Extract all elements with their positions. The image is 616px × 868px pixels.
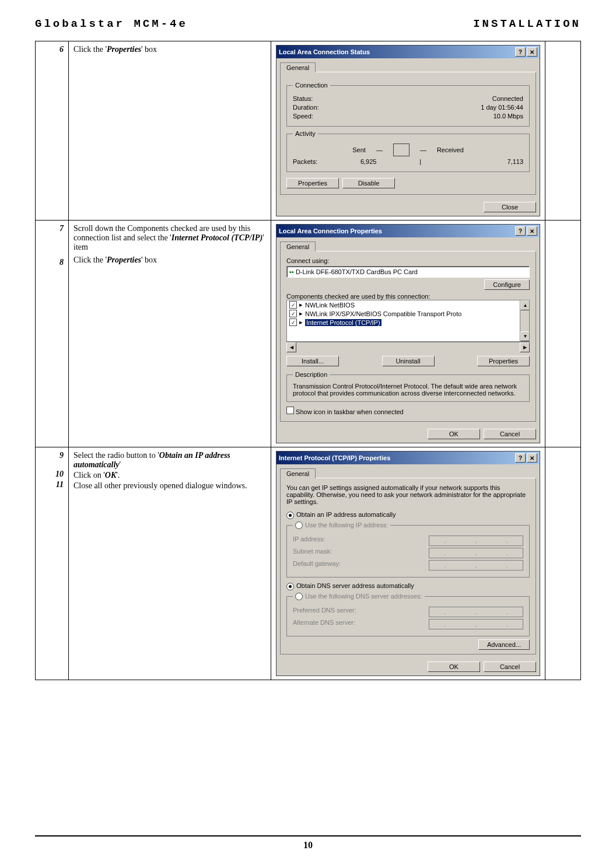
activity-group: Activity Sent — — Received Packets: xyxy=(286,130,530,172)
page-footer: 10 xyxy=(35,835,581,850)
properties-button[interactable]: Properties xyxy=(286,178,339,188)
configure-button[interactable]: Configure xyxy=(484,279,530,290)
steps-table: 6 Click the 'Properties' box Local Area … xyxy=(35,41,581,680)
close-icon[interactable]: ✕ xyxy=(527,226,537,236)
tab-general[interactable]: General xyxy=(280,242,316,251)
cancel-button[interactable]: Cancel xyxy=(484,662,536,672)
step-num: 10 xyxy=(40,470,64,479)
header-left: Globalstar MCM-4e xyxy=(35,18,188,30)
page-number: 10 xyxy=(303,840,313,850)
properties-button[interactable]: Properties xyxy=(477,356,530,366)
help-icon[interactable]: ? xyxy=(515,226,526,236)
step-num: 9 xyxy=(40,451,64,460)
tab-general[interactable]: General xyxy=(280,468,316,478)
activity-icon xyxy=(393,144,410,156)
cancel-button[interactable]: Cancel xyxy=(484,429,536,439)
close-icon[interactable]: ✕ xyxy=(527,47,537,57)
radio-use-dns[interactable] xyxy=(295,593,303,600)
disable-button[interactable]: Disable xyxy=(342,178,395,188)
radio-auto-dns[interactable] xyxy=(286,583,294,590)
show-icon-checkbox[interactable] xyxy=(286,407,294,414)
components-listbox[interactable]: ✓▸NWLink NetBIOS ✓▸NWLink IPX/SPX/NetBIO… xyxy=(286,300,530,342)
adapter-field: ▪▪ D-Link DFE-680TX/TXD CardBus PC Card xyxy=(286,266,530,278)
advanced-button[interactable]: Advanced... xyxy=(478,639,530,650)
scrollbar-horizontal[interactable]: ◀▶ xyxy=(286,342,530,351)
close-button[interactable]: Close xyxy=(484,202,536,212)
gateway-field: ... xyxy=(429,560,523,570)
install-button[interactable]: Install... xyxy=(286,356,339,366)
radio-auto-ip[interactable] xyxy=(286,512,294,519)
subnet-field: ... xyxy=(429,548,523,558)
table-row: 6 Click the 'Properties' box Local Area … xyxy=(36,41,581,220)
alt-dns-field: ... xyxy=(429,619,523,629)
connection-group: Connection Status:Connected Duration:1 d… xyxy=(286,82,530,127)
step-num: 8 xyxy=(40,258,64,267)
properties-dialog: Local Area Connection Properties ? ✕ Gen… xyxy=(276,224,540,443)
status-dialog: Local Area Connection Status ? ✕ General… xyxy=(276,45,540,216)
radio-use-ip[interactable] xyxy=(295,522,303,529)
tab-general[interactable]: General xyxy=(280,62,316,72)
dialog-title: Local Area Connection Status xyxy=(279,48,370,55)
help-icon[interactable]: ? xyxy=(515,453,526,463)
table-row: 7 8 Scroll down the Components checked a… xyxy=(36,220,581,447)
step-instruction: Click the 'Properties' box xyxy=(69,41,271,220)
step-num: 6 xyxy=(36,41,69,220)
pref-dns-field: ... xyxy=(429,607,523,617)
ok-button[interactable]: OK xyxy=(428,429,480,439)
ok-button[interactable]: OK xyxy=(428,662,480,672)
dialog-title: Internet Protocol (TCP/IP) Properties xyxy=(279,454,390,461)
tcpip-dialog: Internet Protocol (TCP/IP) Properties ? … xyxy=(276,451,540,676)
help-icon[interactable]: ? xyxy=(515,47,526,57)
scrollbar-vertical[interactable]: ▲▼ xyxy=(520,300,529,341)
header-right: INSTALLATION xyxy=(473,18,581,30)
table-row: 9 10 11 Select the radio button to 'Obta… xyxy=(36,447,581,680)
description-group: Description Transmission Control Protoco… xyxy=(286,371,530,402)
close-icon[interactable]: ✕ xyxy=(527,453,537,463)
ip-field: ... xyxy=(429,536,523,546)
step-num: 7 xyxy=(40,224,64,233)
dialog-title: Local Area Connection Properties xyxy=(279,228,382,235)
uninstall-button[interactable]: Uninstall xyxy=(382,356,435,366)
screenshot-cell: Local Area Connection Status ? ✕ General… xyxy=(271,41,545,220)
step-num: 11 xyxy=(40,480,64,489)
